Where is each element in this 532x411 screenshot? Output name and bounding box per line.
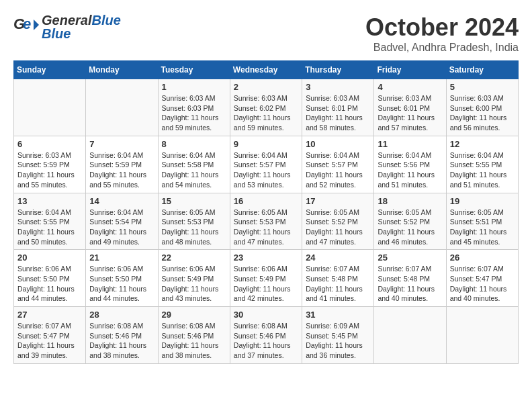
day-number: 15 <box>162 196 226 206</box>
calendar-cell: 15Sunrise: 6:05 AM Sunset: 5:53 PM Dayli… <box>158 193 230 250</box>
day-number: 31 <box>306 310 370 320</box>
svg-marker-2 <box>34 19 39 30</box>
header-wednesday: Wednesday <box>230 61 302 79</box>
calendar-cell: 10Sunrise: 6:04 AM Sunset: 5:57 PM Dayli… <box>302 136 374 193</box>
day-info: Sunrise: 6:04 AM Sunset: 5:55 PM Dayligh… <box>450 150 515 190</box>
day-number: 30 <box>234 310 298 320</box>
calendar-week-row: 13Sunrise: 6:04 AM Sunset: 5:55 PM Dayli… <box>14 193 519 250</box>
day-info: Sunrise: 6:08 AM Sunset: 5:46 PM Dayligh… <box>162 321 226 361</box>
calendar-cell <box>374 307 446 364</box>
day-number: 10 <box>306 139 370 149</box>
day-number: 19 <box>450 196 515 206</box>
calendar-cell: 2Sunrise: 6:03 AM Sunset: 6:02 PM Daylig… <box>230 79 302 136</box>
logo: G e GeneralBlue Blue <box>13 13 121 40</box>
calendar-cell: 3Sunrise: 6:03 AM Sunset: 6:01 PM Daylig… <box>302 79 374 136</box>
day-number: 5 <box>450 82 515 92</box>
day-info: Sunrise: 6:05 AM Sunset: 5:51 PM Dayligh… <box>450 208 515 247</box>
calendar-cell: 29Sunrise: 6:08 AM Sunset: 5:46 PM Dayli… <box>158 307 230 364</box>
header-friday: Friday <box>374 61 446 79</box>
calendar-cell: 31Sunrise: 6:09 AM Sunset: 5:45 PM Dayli… <box>302 307 374 364</box>
weekday-header-row: Sunday Monday Tuesday Wednesday Thursday… <box>14 61 519 79</box>
day-number: 8 <box>162 139 226 149</box>
calendar-cell: 13Sunrise: 6:04 AM Sunset: 5:55 PM Dayli… <box>14 193 86 250</box>
day-number: 24 <box>306 253 370 263</box>
calendar-cell <box>14 79 86 136</box>
calendar-week-row: 1Sunrise: 6:03 AM Sunset: 6:03 PM Daylig… <box>14 79 519 136</box>
logo-icon: G e <box>13 14 39 40</box>
day-info: Sunrise: 6:08 AM Sunset: 5:46 PM Dayligh… <box>89 321 154 361</box>
header-sunday: Sunday <box>14 61 86 79</box>
day-number: 25 <box>378 253 442 263</box>
day-info: Sunrise: 6:07 AM Sunset: 5:48 PM Dayligh… <box>378 264 442 304</box>
calendar-cell: 14Sunrise: 6:04 AM Sunset: 5:54 PM Dayli… <box>86 193 158 250</box>
day-number: 3 <box>306 82 370 92</box>
day-info: Sunrise: 6:04 AM Sunset: 5:59 PM Dayligh… <box>89 150 154 190</box>
header-saturday: Saturday <box>446 61 518 79</box>
day-info: Sunrise: 6:03 AM Sunset: 6:00 PM Dayligh… <box>450 93 515 133</box>
calendar-cell: 21Sunrise: 6:06 AM Sunset: 5:50 PM Dayli… <box>86 250 158 307</box>
calendar-cell <box>446 307 518 364</box>
day-number: 16 <box>234 196 298 206</box>
day-info: Sunrise: 6:09 AM Sunset: 5:45 PM Dayligh… <box>306 321 370 361</box>
day-info: Sunrise: 6:07 AM Sunset: 5:47 PM Dayligh… <box>17 321 82 361</box>
day-number: 2 <box>234 82 298 92</box>
calendar-cell: 9Sunrise: 6:04 AM Sunset: 5:57 PM Daylig… <box>230 136 302 193</box>
day-number: 17 <box>306 196 370 206</box>
day-number: 20 <box>17 253 82 263</box>
calendar-cell: 27Sunrise: 6:07 AM Sunset: 5:47 PM Dayli… <box>14 307 86 364</box>
day-info: Sunrise: 6:03 AM Sunset: 6:01 PM Dayligh… <box>378 93 442 133</box>
calendar-cell: 18Sunrise: 6:05 AM Sunset: 5:52 PM Dayli… <box>374 193 446 250</box>
day-number: 11 <box>378 139 442 149</box>
calendar-cell <box>86 79 158 136</box>
calendar-cell: 12Sunrise: 6:04 AM Sunset: 5:55 PM Dayli… <box>446 136 518 193</box>
calendar-cell: 11Sunrise: 6:04 AM Sunset: 5:56 PM Dayli… <box>374 136 446 193</box>
month-title: October 2024 <box>365 13 519 42</box>
day-number: 26 <box>450 253 515 263</box>
day-info: Sunrise: 6:04 AM Sunset: 5:57 PM Dayligh… <box>234 150 298 190</box>
calendar-week-row: 20Sunrise: 6:06 AM Sunset: 5:50 PM Dayli… <box>14 250 519 307</box>
day-info: Sunrise: 6:04 AM Sunset: 5:55 PM Dayligh… <box>17 208 82 247</box>
calendar-cell: 22Sunrise: 6:06 AM Sunset: 5:49 PM Dayli… <box>158 250 230 307</box>
day-number: 18 <box>378 196 442 206</box>
day-number: 4 <box>378 82 442 92</box>
calendar-cell: 7Sunrise: 6:04 AM Sunset: 5:59 PM Daylig… <box>86 136 158 193</box>
calendar-cell: 30Sunrise: 6:08 AM Sunset: 5:46 PM Dayli… <box>230 307 302 364</box>
svg-text:e: e <box>23 15 31 32</box>
calendar-cell: 8Sunrise: 6:04 AM Sunset: 5:58 PM Daylig… <box>158 136 230 193</box>
day-info: Sunrise: 6:06 AM Sunset: 5:49 PM Dayligh… <box>234 264 298 304</box>
calendar-cell: 16Sunrise: 6:05 AM Sunset: 5:53 PM Dayli… <box>230 193 302 250</box>
day-number: 6 <box>17 139 82 149</box>
calendar-cell: 6Sunrise: 6:03 AM Sunset: 5:59 PM Daylig… <box>14 136 86 193</box>
day-number: 21 <box>89 253 154 263</box>
day-info: Sunrise: 6:04 AM Sunset: 5:58 PM Dayligh… <box>162 150 226 190</box>
day-number: 29 <box>162 310 226 320</box>
day-info: Sunrise: 6:03 AM Sunset: 6:03 PM Dayligh… <box>162 93 226 133</box>
day-number: 23 <box>234 253 298 263</box>
day-info: Sunrise: 6:04 AM Sunset: 5:57 PM Dayligh… <box>306 150 370 190</box>
calendar-cell: 24Sunrise: 6:07 AM Sunset: 5:48 PM Dayli… <box>302 250 374 307</box>
calendar-table: Sunday Monday Tuesday Wednesday Thursday… <box>13 60 519 364</box>
logo-general: General <box>42 13 91 28</box>
day-info: Sunrise: 6:06 AM Sunset: 5:49 PM Dayligh… <box>162 264 226 304</box>
day-info: Sunrise: 6:06 AM Sunset: 5:50 PM Dayligh… <box>89 264 154 304</box>
day-number: 13 <box>17 196 82 206</box>
day-info: Sunrise: 6:05 AM Sunset: 5:52 PM Dayligh… <box>306 208 370 247</box>
calendar-cell: 19Sunrise: 6:05 AM Sunset: 5:51 PM Dayli… <box>446 193 518 250</box>
day-number: 12 <box>450 139 515 149</box>
logo-blue-text: Blue <box>91 13 120 28</box>
header-tuesday: Tuesday <box>158 61 230 79</box>
day-info: Sunrise: 6:05 AM Sunset: 5:53 PM Dayligh… <box>162 208 226 247</box>
day-info: Sunrise: 6:03 AM Sunset: 6:02 PM Dayligh… <box>234 93 298 133</box>
day-number: 9 <box>234 139 298 149</box>
header-monday: Monday <box>86 61 158 79</box>
calendar-cell: 20Sunrise: 6:06 AM Sunset: 5:50 PM Dayli… <box>14 250 86 307</box>
day-number: 22 <box>162 253 226 263</box>
day-info: Sunrise: 6:03 AM Sunset: 6:01 PM Dayligh… <box>306 93 370 133</box>
day-info: Sunrise: 6:04 AM Sunset: 5:56 PM Dayligh… <box>378 150 442 190</box>
calendar-cell: 17Sunrise: 6:05 AM Sunset: 5:52 PM Dayli… <box>302 193 374 250</box>
title-area: October 2024 Badvel, Andhra Pradesh, Ind… <box>365 13 519 54</box>
calendar-cell: 26Sunrise: 6:07 AM Sunset: 5:47 PM Dayli… <box>446 250 518 307</box>
day-info: Sunrise: 6:03 AM Sunset: 5:59 PM Dayligh… <box>17 150 82 190</box>
day-info: Sunrise: 6:04 AM Sunset: 5:54 PM Dayligh… <box>89 208 154 247</box>
calendar-week-row: 6Sunrise: 6:03 AM Sunset: 5:59 PM Daylig… <box>14 136 519 193</box>
